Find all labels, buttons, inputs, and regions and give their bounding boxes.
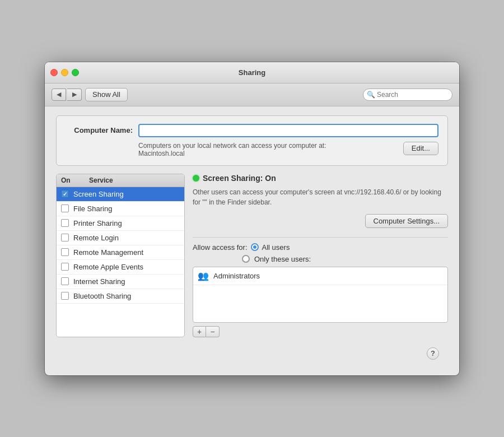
remove-user-button[interactable]: − [206,326,220,337]
user-name-administrators: Administrators [213,272,260,280]
checkbox-screen-sharing[interactable] [61,190,69,198]
service-item-remote-apple-events[interactable]: Remote Apple Events [57,260,184,275]
computer-name-sub-row: Computers on your local network can acce… [66,142,438,157]
search-box: 🔍 [363,89,452,101]
service-status-title: Screen Sharing: On [203,174,276,183]
checkbox-internet-sharing[interactable] [61,277,69,285]
service-name-remote-login: Remote Login [73,234,119,242]
show-all-button[interactable]: Show All [85,88,128,101]
users-list: 👥 Administrators [193,267,448,323]
users-list-item-administrators[interactable]: 👥 Administrators [193,267,447,285]
search-icon: 🔍 [367,91,375,99]
services-header: On Service [57,174,184,187]
main-panel: On Service Screen Sharing File Sharing P… [56,174,448,337]
divider [193,237,448,238]
service-item-bluetooth-sharing[interactable]: Bluetooth Sharing [57,289,184,304]
back-button[interactable]: ◀ [52,89,66,101]
service-status-row: Screen Sharing: On [193,174,448,183]
computer-name-section: Computer Name: Computers on your local n… [56,115,448,166]
access-section: Allow access for: All users Only these u… [193,243,448,337]
checkbox-file-sharing[interactable] [61,204,69,212]
computer-name-label: Computer Name: [66,126,133,134]
bottom-bar: ? [56,342,448,366]
content-area: Computer Name: Computers on your local n… [45,106,459,375]
service-name-screen-sharing: Screen Sharing [73,190,124,198]
access-row-only-these: Only these users: [193,255,448,263]
computer-settings-button[interactable]: Computer Settings... [365,214,449,228]
window-title: Sharing [239,68,265,77]
add-user-button[interactable]: + [193,326,206,337]
list-buttons: + − [193,326,448,337]
col-service-label: Service [89,176,180,184]
detail-panel: Screen Sharing: On Other users can acces… [193,174,448,337]
col-on-label: On [61,176,78,184]
users-group-icon: 👥 [198,271,209,281]
title-bar: Sharing [45,62,459,83]
status-indicator-dot [193,175,199,182]
service-name-remote-apple-events: Remote Apple Events [73,263,143,271]
nav-buttons: ◀ ▶ [52,89,82,101]
checkbox-printer-sharing[interactable] [61,219,69,227]
checkbox-remote-login[interactable] [61,234,69,241]
search-input[interactable] [363,89,452,101]
service-item-remote-management[interactable]: Remote Management [57,245,184,260]
service-item-screen-sharing[interactable]: Screen Sharing [57,187,184,202]
service-item-remote-login[interactable]: Remote Login [57,231,184,245]
service-status-description: Other users can access your computer's s… [193,187,448,207]
radio-all-users[interactable] [251,243,259,251]
help-button[interactable]: ? [427,347,439,360]
service-item-internet-sharing[interactable]: Internet Sharing [57,275,184,289]
service-name-remote-management: Remote Management [73,248,143,257]
radio-only-these-users[interactable] [242,255,250,263]
service-item-file-sharing[interactable]: File Sharing [57,202,184,216]
maximize-button[interactable] [72,69,79,76]
service-item-printer-sharing[interactable]: Printer Sharing [57,216,184,231]
service-name-file-sharing: File Sharing [73,204,112,213]
sharing-window: Sharing ◀ ▶ Show All 🔍 Computer Name: Co… [45,62,459,375]
forward-button[interactable]: ▶ [67,89,82,101]
allow-access-label: Allow access for: [193,243,248,252]
computer-name-description: Computers on your local network can acce… [138,142,398,157]
checkbox-bluetooth-sharing[interactable] [61,292,69,300]
radio-all-users-label: All users [262,243,290,252]
traffic-lights [50,69,79,76]
checkbox-remote-apple-events[interactable] [61,263,69,271]
computer-name-row: Computer Name: [66,124,438,137]
services-panel: On Service Screen Sharing File Sharing P… [56,174,185,337]
minimize-button[interactable] [61,69,68,76]
service-name-printer-sharing: Printer Sharing [73,219,122,227]
radio-only-these-users-label: Only these users: [254,255,311,263]
computer-name-input[interactable] [138,124,438,137]
checkbox-remote-management[interactable] [61,248,69,256]
toolbar: ◀ ▶ Show All 🔍 [45,83,459,106]
service-name-internet-sharing: Internet Sharing [73,277,125,286]
access-for-label-row: Allow access for: All users [193,243,448,252]
edit-button[interactable]: Edit... [403,142,438,155]
close-button[interactable] [50,69,58,76]
service-name-bluetooth-sharing: Bluetooth Sharing [73,292,131,300]
